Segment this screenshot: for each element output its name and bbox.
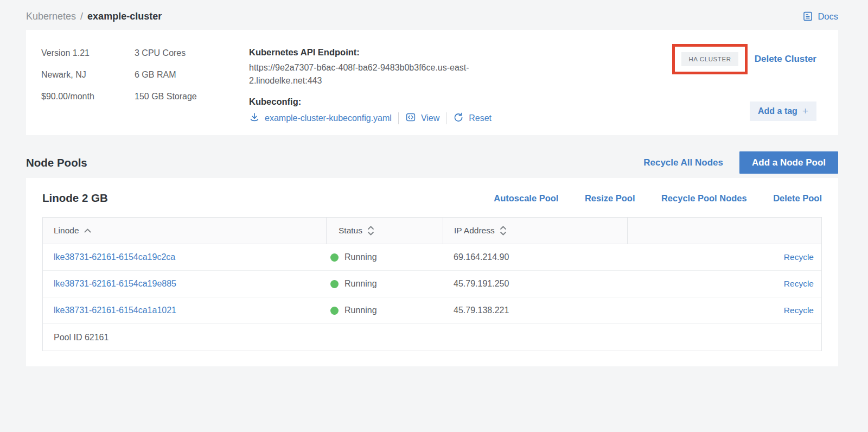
recycle-node-button[interactable]: Recycle [784, 252, 814, 262]
status-running-dot [330, 253, 339, 262]
view-label: View [421, 113, 439, 123]
api-endpoint-label: Kubernetes API Endpoint: [249, 47, 499, 58]
ha-cluster-badge: HA CLUSTER [681, 52, 738, 66]
status-column-label: Status [339, 226, 362, 236]
docs-label: Docs [818, 11, 838, 22]
node-row: lke38731-62161-6154ca1a1021 Running 45.7… [43, 297, 821, 324]
linode-column-label: Linode [54, 226, 79, 236]
status-text: Running [344, 306, 377, 315]
cluster-specs-column-1: Version 1.21 Newark, NJ $90.00/month [41, 44, 135, 121]
node-link[interactable]: lke38731-62161-6154ca19e885 [54, 279, 176, 288]
node-pools-actions: Recycle All Nodes Add a Node Pool [643, 151, 838, 174]
node-link[interactable]: lke38731-62161-6154ca19c2ca [54, 252, 175, 262]
node-ip: 69.164.214.90 [443, 252, 627, 262]
sort-both-icon [500, 226, 507, 236]
column-header-actions [627, 218, 821, 244]
node-pool-card: Linode 2 GB Autoscale Pool Resize Pool R… [26, 178, 838, 366]
cluster-storage: 150 GB Storage [135, 91, 249, 101]
column-header-linode[interactable]: Linode [43, 218, 326, 244]
docs-icon [802, 11, 813, 22]
recycle-all-nodes-button[interactable]: Recycle All Nodes [643, 157, 723, 168]
reset-icon [453, 112, 464, 125]
column-header-ip-address[interactable]: IP Address [443, 218, 627, 244]
add-node-pool-button[interactable]: Add a Node Pool [739, 151, 838, 174]
api-endpoint-url: https://9e2a7307-b6ac-408f-ba62-9483b0b3… [249, 61, 492, 87]
status-text: Running [344, 252, 377, 262]
code-icon [405, 112, 416, 125]
annotation-highlight-box: HA CLUSTER [672, 44, 747, 74]
breadcrumb-cluster-name: example-cluster [87, 11, 162, 22]
docs-link[interactable]: Docs [802, 11, 838, 22]
sort-ascending-icon [84, 228, 91, 233]
autoscale-pool-button[interactable]: Autoscale Pool [494, 193, 558, 203]
delete-pool-button[interactable]: Delete Pool [773, 193, 822, 203]
kubeconfig-filename: example-cluster-kubeconfig.yaml [265, 113, 392, 123]
divider [398, 112, 399, 124]
recycle-node-button[interactable]: Recycle [784, 279, 814, 288]
recycle-node-button[interactable]: Recycle [784, 306, 814, 315]
node-ip: 45.79.138.221 [443, 306, 627, 315]
endpoint-column: Kubernetes API Endpoint: https://9e2a730… [249, 44, 499, 121]
kubeconfig-download-link[interactable]: example-cluster-kubeconfig.yaml [249, 112, 392, 125]
status-running-dot [330, 307, 339, 315]
add-tag-button[interactable]: Add a tag + [750, 101, 816, 121]
plus-icon: + [802, 107, 808, 116]
status-running-dot [330, 280, 339, 288]
node-pools-header: Node Pools Recycle All Nodes Add a Node … [26, 152, 838, 173]
cluster-specs-column-2: 3 CPU Cores 6 GB RAM 150 GB Storage [135, 44, 249, 121]
pool-actions: Autoscale Pool Resize Pool Recycle Pool … [470, 193, 822, 204]
pool-id-row: Pool ID 62161 [43, 324, 821, 351]
cluster-region: Newark, NJ [41, 69, 135, 80]
recycle-pool-nodes-button[interactable]: Recycle Pool Nodes [661, 193, 747, 203]
cluster-ram: 6 GB RAM [135, 69, 249, 80]
pool-name: Linode 2 GB [42, 192, 108, 205]
breadcrumb: Kubernetes / example-cluster [26, 11, 162, 22]
summary-right-column: HA CLUSTER Delete Cluster Add a tag + [499, 44, 823, 121]
node-row: lke38731-62161-6154ca19c2ca Running 69.1… [43, 244, 821, 271]
divider [446, 112, 446, 124]
nodes-table-header: Linode Status [43, 218, 821, 244]
breadcrumb-kubernetes-link[interactable]: Kubernetes [26, 11, 76, 22]
kubeconfig-reset-link[interactable]: Reset [453, 112, 492, 125]
node-row: lke38731-62161-6154ca19e885 Running 45.7… [43, 271, 821, 297]
add-tag-label: Add a tag [758, 106, 797, 116]
node-pools-title: Node Pools [26, 156, 87, 169]
node-link[interactable]: lke38731-62161-6154ca1a1021 [54, 306, 176, 315]
resize-pool-button[interactable]: Resize Pool [585, 193, 635, 203]
delete-cluster-button[interactable]: Delete Cluster [755, 54, 816, 65]
kubeconfig-view-link[interactable]: View [405, 112, 439, 125]
kubeconfig-actions: example-cluster-kubeconfig.yaml View [249, 112, 499, 125]
cluster-price: $90.00/month [41, 91, 135, 101]
status-text: Running [344, 279, 377, 289]
cluster-summary-card: Version 1.21 Newark, NJ $90.00/month 3 C… [26, 30, 838, 135]
reset-label: Reset [469, 113, 492, 123]
pool-card-header: Linode 2 GB Autoscale Pool Resize Pool R… [42, 192, 822, 205]
cluster-cpu: 3 CPU Cores [135, 48, 249, 58]
node-ip: 45.79.191.250 [443, 279, 627, 289]
column-header-status[interactable]: Status [326, 218, 443, 244]
summary-top-right: HA CLUSTER Delete Cluster [672, 44, 816, 74]
sort-both-icon [367, 226, 374, 236]
kubeconfig-label: Kubeconfig: [249, 97, 499, 107]
kubernetes-cluster-detail-page: Kubernetes / example-cluster Docs Versio… [0, 0, 868, 432]
download-icon [249, 112, 260, 125]
breadcrumb-separator: / [80, 11, 83, 22]
top-bar: Kubernetes / example-cluster Docs [26, 0, 838, 23]
ip-column-label: IP Address [454, 226, 495, 236]
nodes-table: Linode Status [42, 217, 822, 351]
cluster-version: Version 1.21 [41, 48, 135, 58]
